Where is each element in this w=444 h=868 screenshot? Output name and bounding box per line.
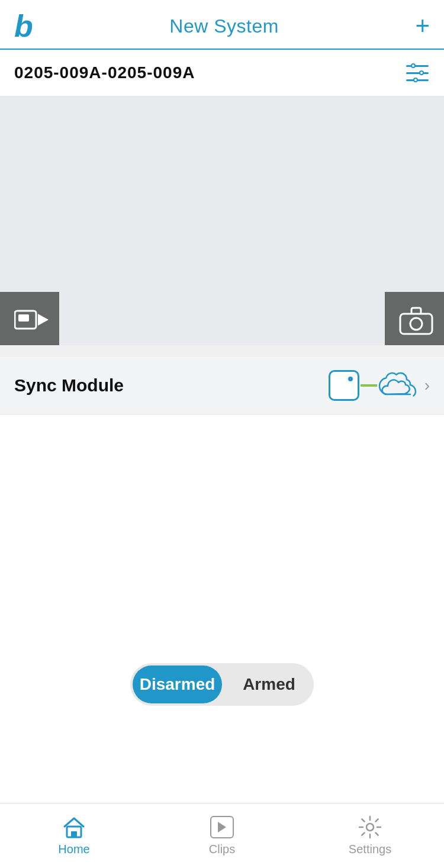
header: b New System +	[0, 0, 444, 50]
content-area	[0, 414, 444, 639]
clips-icon	[209, 815, 235, 839]
camera-icon	[399, 306, 430, 332]
settings-label: Settings	[349, 843, 391, 856]
svg-rect-6	[71, 831, 77, 837]
filter-icon[interactable]	[406, 63, 430, 83]
bottom-nav: Home Clips Settings	[0, 803, 444, 868]
cloud-icon	[378, 372, 419, 399]
separator	[0, 345, 444, 357]
clips-label: Clips	[209, 843, 235, 856]
svg-marker-2	[38, 314, 49, 326]
svg-point-7	[366, 824, 374, 831]
chevron-right-icon: ›	[424, 376, 430, 395]
connector-line	[361, 384, 377, 387]
sync-module-row[interactable]: Sync Module ›	[0, 357, 444, 414]
home-icon	[61, 815, 87, 839]
sync-module-icons: ›	[329, 370, 430, 401]
app-logo: b	[14, 11, 33, 41]
clips-icon-wrap	[210, 816, 234, 838]
svg-rect-1	[18, 314, 29, 322]
device-id: 0205-009A-0205-009A	[14, 63, 195, 82]
camera-view-area	[0, 97, 444, 345]
play-icon	[218, 822, 226, 832]
add-button[interactable]: +	[415, 14, 430, 38]
home-label: Home	[58, 843, 89, 856]
sync-device-icon	[329, 370, 359, 401]
photo-snapshot-button[interactable]	[385, 292, 444, 345]
svg-rect-3	[400, 314, 432, 334]
settings-icon	[357, 815, 383, 839]
nav-item-settings[interactable]: Settings	[296, 815, 444, 856]
device-row: 0205-009A-0205-009A	[0, 50, 444, 97]
video-record-button[interactable]	[0, 292, 59, 345]
device-dot	[348, 377, 353, 381]
filter-lines	[406, 63, 430, 83]
armed-button[interactable]: Armed	[224, 663, 314, 706]
arm-toggle: Disarmed Armed	[130, 663, 314, 706]
nav-item-clips[interactable]: Clips	[148, 815, 296, 856]
header-title: New System	[169, 15, 279, 37]
nav-item-home[interactable]: Home	[0, 815, 148, 856]
sync-module-label: Sync Module	[14, 375, 124, 396]
disarmed-button[interactable]: Disarmed	[133, 666, 222, 703]
arm-toggle-container: Disarmed Armed	[0, 639, 444, 735]
video-icon	[14, 308, 45, 329]
svg-point-4	[410, 318, 422, 330]
